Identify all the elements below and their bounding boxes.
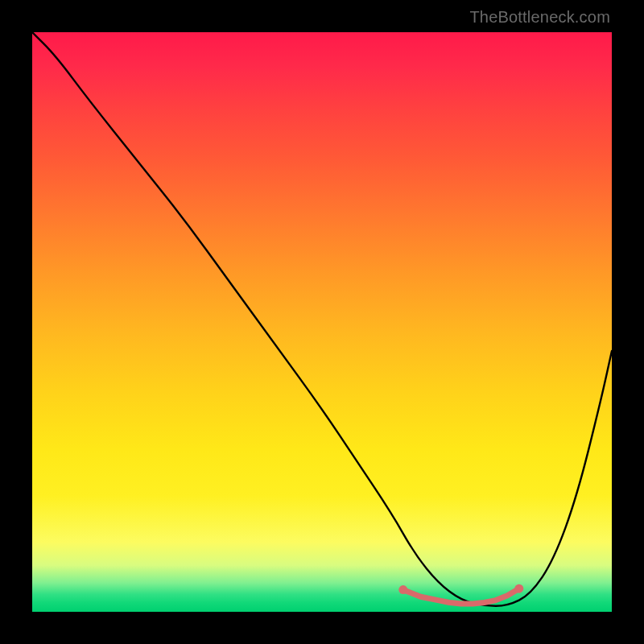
marker-dot (514, 584, 523, 593)
plot-area (32, 32, 612, 612)
attribution-text: TheBottleneck.com (469, 8, 610, 27)
bottleneck-curve-svg (32, 32, 612, 612)
marker-dot (398, 585, 407, 594)
marker-stroke (403, 588, 519, 604)
min-region-markers (398, 584, 523, 604)
bottleneck-curve (32, 32, 612, 606)
chart-frame: TheBottleneck.com (0, 0, 644, 644)
